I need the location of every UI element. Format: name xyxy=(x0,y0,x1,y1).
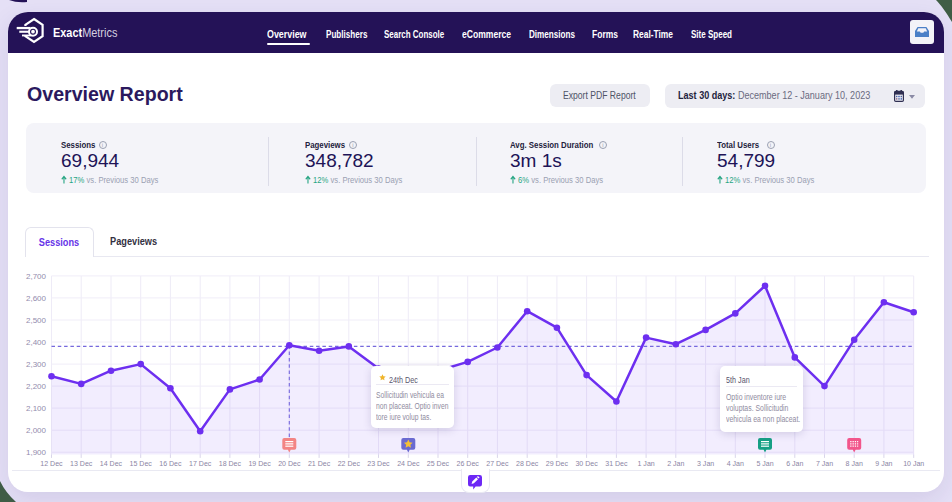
svg-text:15 Dec: 15 Dec xyxy=(130,459,152,468)
svg-text:19 Dec: 19 Dec xyxy=(248,459,270,468)
svg-text:2,700: 2,700 xyxy=(26,272,47,281)
svg-text:12 Dec: 12 Dec xyxy=(40,459,62,468)
svg-text:21 Dec: 21 Dec xyxy=(308,459,330,468)
svg-text:5 Jan: 5 Jan xyxy=(756,459,773,468)
svg-text:9 Jan: 9 Jan xyxy=(875,459,892,468)
svg-text:2,300: 2,300 xyxy=(26,360,47,369)
svg-text:1,900: 1,900 xyxy=(26,448,47,457)
svg-text:23 Dec: 23 Dec xyxy=(367,459,389,468)
svg-text:31 Dec: 31 Dec xyxy=(605,459,627,468)
svg-text:2,100: 2,100 xyxy=(26,404,47,413)
svg-text:10 Jan: 10 Jan xyxy=(903,459,924,468)
svg-text:4 Jan: 4 Jan xyxy=(727,459,744,468)
svg-text:3 Jan: 3 Jan xyxy=(697,459,714,468)
svg-text:1 Jan: 1 Jan xyxy=(638,459,655,468)
svg-text:20 Dec: 20 Dec xyxy=(278,459,300,468)
svg-text:28 Dec: 28 Dec xyxy=(516,459,538,468)
svg-text:16 Dec: 16 Dec xyxy=(159,459,181,468)
svg-text:22 Dec: 22 Dec xyxy=(338,459,360,468)
svg-text:6 Jan: 6 Jan xyxy=(786,459,803,468)
svg-text:2,200: 2,200 xyxy=(26,382,47,391)
svg-text:2,600: 2,600 xyxy=(26,294,47,303)
svg-text:2,000: 2,000 xyxy=(26,426,47,435)
svg-text:14 Dec: 14 Dec xyxy=(100,459,122,468)
svg-text:17 Dec: 17 Dec xyxy=(189,459,211,468)
svg-text:13 Dec: 13 Dec xyxy=(70,459,92,468)
svg-text:30 Dec: 30 Dec xyxy=(575,459,597,468)
svg-text:27 Dec: 27 Dec xyxy=(486,459,508,468)
svg-text:25 Dec: 25 Dec xyxy=(427,459,449,468)
svg-text:7 Jan: 7 Jan xyxy=(816,459,833,468)
svg-text:2,400: 2,400 xyxy=(26,338,47,347)
svg-text:2 Jan: 2 Jan xyxy=(667,459,684,468)
svg-text:26 Dec: 26 Dec xyxy=(457,459,479,468)
svg-text:18 Dec: 18 Dec xyxy=(219,459,241,468)
svg-text:29 Dec: 29 Dec xyxy=(546,459,568,468)
svg-text:2,500: 2,500 xyxy=(26,316,47,325)
svg-text:8 Jan: 8 Jan xyxy=(846,459,863,468)
svg-text:24 Dec: 24 Dec xyxy=(397,459,419,468)
